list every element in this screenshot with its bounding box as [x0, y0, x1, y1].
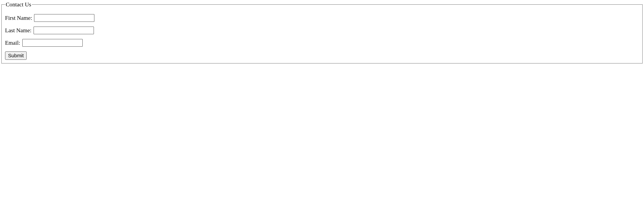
- submit-row: Submit: [5, 51, 639, 60]
- submit-button[interactable]: Submit: [5, 51, 27, 60]
- email-input[interactable]: [22, 39, 83, 47]
- first-name-label: First Name:: [5, 15, 32, 21]
- email-label: Email:: [5, 40, 20, 46]
- email-row: Email:: [5, 39, 639, 47]
- contact-fieldset: Contact Us First Name: Last Name: Email:…: [1, 1, 643, 64]
- last-name-label: Last Name:: [5, 27, 32, 34]
- first-name-input[interactable]: [34, 14, 94, 22]
- first-name-row: First Name:: [5, 14, 639, 22]
- last-name-row: Last Name:: [5, 27, 639, 34]
- form-legend: Contact Us: [5, 1, 32, 8]
- last-name-input[interactable]: [34, 27, 94, 34]
- contact-form: Contact Us First Name: Last Name: Email:…: [1, 1, 643, 64]
